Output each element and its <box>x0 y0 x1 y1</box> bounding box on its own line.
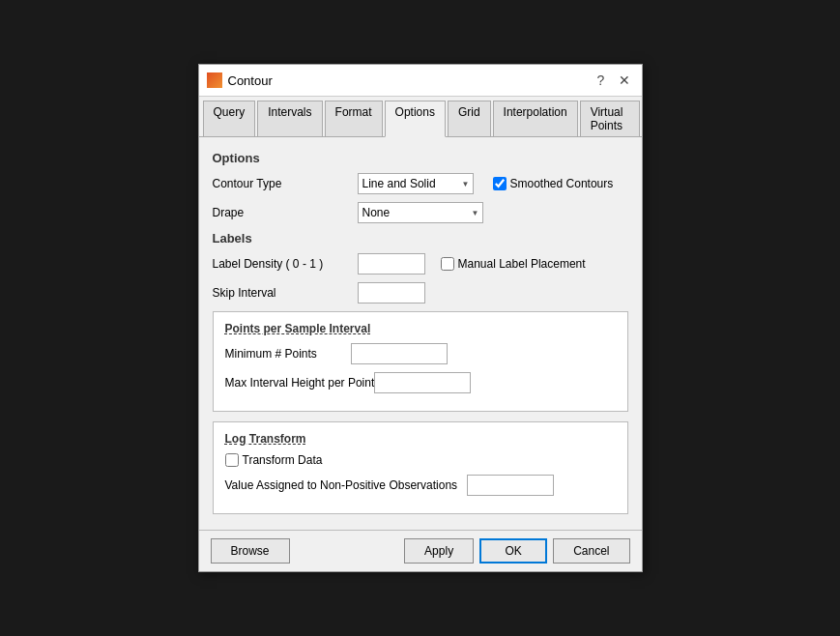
tab-query[interactable]: Query <box>203 101 256 136</box>
max-interval-row: Max Interval Height per Point 9999 <box>225 372 616 393</box>
tab-interpolation[interactable]: Interpolation <box>493 101 578 136</box>
drape-select-wrapper: None Surface Volume <box>358 202 483 223</box>
min-points-input[interactable]: 1 <box>351 343 448 364</box>
skip-interval-input[interactable]: 1 <box>358 282 425 304</box>
title-bar-controls: ? ✕ <box>592 71 634 90</box>
footer-right-buttons: Apply OK Cancel <box>404 538 629 564</box>
log-transform-section: Log Transform Transform Data Value Assig… <box>213 421 628 514</box>
smoothed-contours-checkbox[interactable] <box>493 177 507 190</box>
contour-type-label: Contour Type <box>213 177 358 190</box>
max-interval-input[interactable]: 9999 <box>374 372 471 393</box>
points-section: Points per Sample Interval Minimum # Poi… <box>213 311 628 412</box>
max-interval-label: Max Interval Height per Point <box>225 376 375 390</box>
min-points-label: Minimum # Points <box>225 347 351 361</box>
tab-format[interactable]: Format <box>325 101 383 136</box>
title-bar: Contour ? ✕ <box>199 65 642 97</box>
contour-type-select-wrapper: Line and Solid Line Only Solid Only <box>358 173 474 194</box>
skip-interval-label: Skip Interval <box>213 286 358 300</box>
dialog-body: Options Contour Type Line and Solid Line… <box>199 137 642 530</box>
tab-options[interactable]: Options <box>385 101 446 137</box>
log-transform-title: Log Transform <box>225 432 616 446</box>
transform-data-row: Transform Data <box>225 453 616 467</box>
footer: Browse Apply OK Cancel <box>199 530 642 571</box>
app-icon <box>207 72 222 88</box>
tab-intervals[interactable]: Intervals <box>257 101 322 136</box>
help-button[interactable]: ? <box>592 71 611 90</box>
drape-label: Drape <box>213 206 358 219</box>
smoothed-contours-group: Smoothed Contours <box>493 177 614 190</box>
label-density-label: Label Density ( 0 - 1 ) <box>213 257 358 271</box>
tab-virtual-points[interactable]: Virtual Points <box>580 101 640 136</box>
options-section-title: Options <box>213 151 628 165</box>
label-density-input[interactable]: 0.032 <box>358 253 425 275</box>
drape-select[interactable]: None Surface Volume <box>358 202 483 223</box>
ok-button[interactable]: OK <box>479 538 547 564</box>
tab-bar: Query Intervals Format Options Grid Inte… <box>199 97 642 137</box>
cancel-button[interactable]: Cancel <box>553 538 629 564</box>
smoothed-contours-label: Smoothed Contours <box>510 177 614 190</box>
labels-section-title: Labels <box>213 231 628 246</box>
close-button[interactable]: ✕ <box>615 71 634 90</box>
tab-grid[interactable]: Grid <box>448 101 491 136</box>
manual-label-placement-label: Manual Label Placement <box>458 257 586 271</box>
manual-label-placement-group: Manual Label Placement <box>441 257 586 271</box>
non-positive-row: Value Assigned to Non-Positive Observati… <box>225 475 616 496</box>
transform-data-group: Transform Data <box>225 453 323 467</box>
contour-type-row: Contour Type Line and Solid Line Only So… <box>213 173 628 194</box>
label-density-row: Label Density ( 0 - 1 ) 0.032 Manual Lab… <box>213 253 628 275</box>
browse-button[interactable]: Browse <box>211 538 290 564</box>
manual-label-placement-checkbox[interactable] <box>441 257 454 271</box>
transform-data-checkbox[interactable] <box>225 453 239 467</box>
non-positive-label: Value Assigned to Non-Positive Observati… <box>225 478 458 492</box>
points-section-title: Points per Sample Interval <box>225 322 616 335</box>
drape-row: Drape None Surface Volume <box>213 202 628 223</box>
non-positive-input[interactable]: 0.001 <box>467 475 554 496</box>
title-bar-left: Contour <box>207 72 273 88</box>
dialog-window: Contour ? ✕ Query Intervals Format Optio… <box>198 64 643 572</box>
contour-type-select[interactable]: Line and Solid Line Only Solid Only <box>358 173 474 194</box>
skip-interval-row: Skip Interval 1 <box>213 282 628 304</box>
transform-data-label: Transform Data <box>243 453 323 467</box>
window-title: Contour <box>228 73 273 88</box>
min-points-row: Minimum # Points 1 <box>225 343 616 364</box>
apply-button[interactable]: Apply <box>404 538 474 564</box>
